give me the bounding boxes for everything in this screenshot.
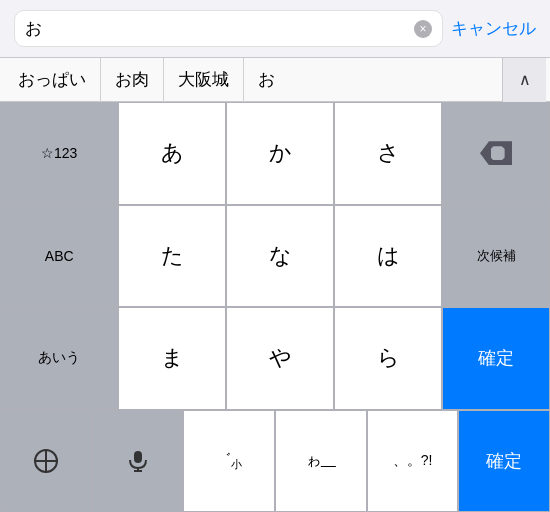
key-globe[interactable] [0,410,92,513]
keyboard-row-4: ゛小 ゎ＿ 、。?! 確定 [0,410,550,513]
key-ta[interactable]: た [118,205,226,308]
mic-icon [127,450,149,472]
key-ra[interactable]: ら [334,307,442,410]
keyboard: ☆123 あ か さ ABC た な は 次候補 [0,102,550,512]
key-abc[interactable]: ABC [0,205,118,308]
chevron-up-icon: ∧ [519,70,531,89]
search-bar: お × キャンセル [0,0,550,58]
suggestion-item-1[interactable]: おっぱい [4,58,101,102]
confirm-button-2[interactable]: 確定 [458,410,550,513]
key-ka[interactable]: か [226,102,334,205]
cancel-button[interactable]: キャンセル [451,17,536,40]
clear-button[interactable]: × [414,20,432,38]
suggestions-expand-button[interactable]: ∧ [502,58,546,102]
suggestion-item-2[interactable]: お肉 [101,58,164,102]
suggestion-item-3[interactable]: 大阪城 [164,58,244,102]
backspace-icon [480,141,512,165]
key-small-wa[interactable]: ゎ＿ [275,410,367,513]
suggestions-bar: おっぱい お肉 大阪城 お ∧ [0,58,550,102]
suggestion-item-4[interactable]: お [244,58,289,102]
keyboard-row-1: ☆123 あ か さ [0,102,550,205]
search-input[interactable]: お [25,17,408,40]
key-star123[interactable]: ☆123 [0,102,118,205]
keyboard-row-2: ABC た な は 次候補 [0,205,550,308]
globe-icon [34,449,58,473]
key-mic[interactable] [92,410,184,513]
key-small-po[interactable]: ゛小 [183,410,275,513]
key-a[interactable]: あ [118,102,226,205]
next-candidate-button[interactable]: 次候補 [442,205,550,308]
key-na[interactable]: な [226,205,334,308]
key-ya[interactable]: や [226,307,334,410]
svg-rect-0 [134,451,142,463]
suggestion-list: おっぱい お肉 大阪城 お [4,58,502,102]
key-punctuation[interactable]: 、。?! [367,410,459,513]
key-aiou[interactable]: あいう [0,307,118,410]
confirm-button[interactable]: 確定 [442,307,550,410]
search-input-wrapper: お × [14,10,443,47]
key-sa[interactable]: さ [334,102,442,205]
keyboard-row-3: あいう ま や ら 確定 [0,307,550,410]
key-ma[interactable]: ま [118,307,226,410]
backspace-button[interactable] [442,102,550,205]
key-ha[interactable]: は [334,205,442,308]
